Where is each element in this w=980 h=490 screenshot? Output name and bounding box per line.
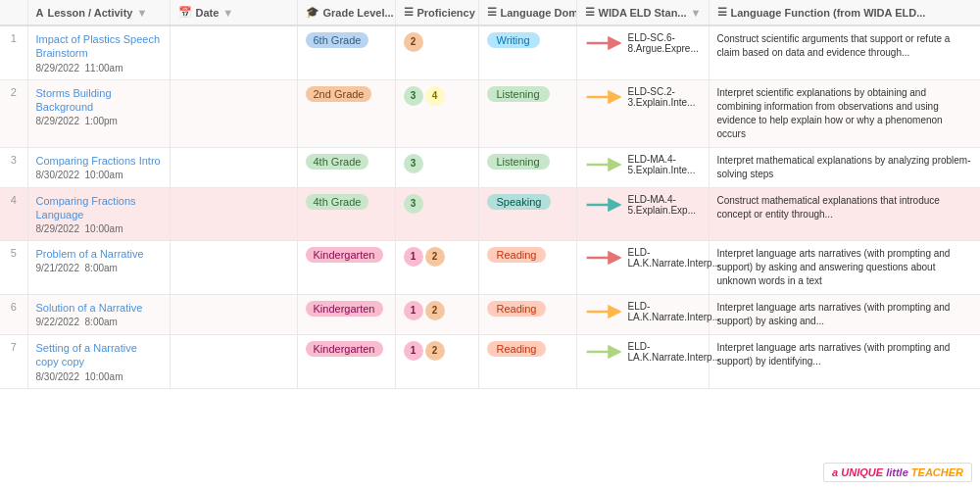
wida-standard: ELD-SC.2-3.Explain.Inte... [628, 86, 701, 108]
date-time: 8/29/2022 11:00am [36, 63, 162, 74]
prof-badge: 3 [404, 154, 423, 173]
row-number: 1 [0, 25, 27, 79]
wida-cell: ELD-SC.2-3.Explain.Inte... [576, 79, 709, 147]
wida-arrow-icon [585, 36, 624, 50]
wida-cell: ELD-LA.K.Narrate.Interp... [576, 241, 709, 295]
lesson-name-cell[interactable]: Solution of a Narrative 9/22/2022 8:00am [27, 295, 170, 335]
lang-domain-cell: Writing [478, 25, 576, 79]
lesson-name[interactable]: Storms Building Background [36, 86, 162, 115]
row-number: 3 [0, 147, 27, 187]
lesson-name[interactable]: Solution of a Narrative [36, 301, 162, 315]
lesson-name-cell[interactable]: Problem of a Narrative 9/21/2022 8:00am [27, 241, 170, 295]
lang-func-cell: Construct scientific arguments that supp… [709, 25, 980, 79]
col-header-prof[interactable]: ☰ Proficiency Level(s) ▼ [395, 0, 478, 25]
prof-badge: 3 [404, 86, 423, 106]
grade-cell: 2nd Grade [297, 79, 395, 147]
row-number: 7 [0, 335, 27, 389]
table-row: 2Storms Building Background 8/29/2022 1:… [0, 79, 980, 147]
wida-cell: ELD-MA.4-5.Explain.Inte... [576, 147, 709, 187]
lesson-name-cell[interactable]: Storms Building Background 8/29/2022 1:0… [27, 79, 170, 147]
proficiency-cell: 3 [395, 147, 478, 187]
lesson-name[interactable]: Problem of a Narrative [36, 247, 162, 261]
grade-badge: 6th Grade [306, 32, 369, 48]
wida-standard: ELD-LA.K.Narrate.Interp... [628, 341, 721, 363]
prof-badge: 2 [404, 32, 423, 52]
wida-standard: ELD-LA.K.Narrate.Interp... [628, 301, 721, 322]
wida-arrow-icon [585, 90, 624, 104]
table-row: 5Problem of a Narrative 9/21/2022 8:00am… [0, 241, 980, 295]
grade-cell: 4th Grade [297, 147, 395, 187]
table-row: 7Setting of a Narrative copy copy 8/30/2… [0, 335, 980, 389]
lang-domain-cell: Speaking [478, 187, 576, 241]
col-header-lang-func[interactable]: ☰ Language Function (from WIDA ELD... [709, 0, 980, 25]
table-row: 3Comparing Fractions Intro 8/30/2022 10:… [0, 147, 980, 187]
wida-standard: ELD-MA.4-5.Explain.Exp... [628, 194, 701, 216]
col-header-date[interactable]: 📅 Date ▼ [170, 0, 297, 25]
prof-icon: ☰ [404, 6, 414, 19]
row-number: 5 [0, 241, 27, 295]
grade-badge: 4th Grade [306, 194, 369, 210]
lang-func-text: Construct scientific arguments that supp… [717, 32, 972, 60]
lang-func-text: Construct mathematical explanations that… [717, 194, 972, 221]
watermark-badge: a UNIQUE little TEACHER [823, 463, 972, 482]
date-time: 8/30/2022 10:00am [36, 170, 162, 180]
lesson-name[interactable]: Comparing Fractions Language [36, 194, 162, 222]
lesson-name-cell[interactable]: Impact of Plastics Speech Brainstorm 8/2… [27, 25, 170, 79]
grade-badge: Kindergarten [306, 301, 383, 317]
table-row: 4Comparing Fractions Language 8/29/2022 … [0, 187, 980, 241]
prof-badge: 3 [404, 194, 423, 214]
lang-func-cell: Interpret mathematical explanations by a… [709, 147, 980, 187]
wida-cell: ELD-LA.K.Narrate.Interp... [576, 295, 709, 335]
wida-standard: ELD-MA.4-5.Explain.Inte... [628, 154, 701, 175]
grade-cell: Kindergarten [297, 335, 395, 389]
lang-func-cell: Construct mathematical explanations that… [709, 187, 980, 241]
proficiency-cell: 12 [395, 295, 478, 335]
col-header-num [0, 0, 27, 25]
table-row: 6Solution of a Narrative 9/22/2022 8:00a… [0, 295, 980, 335]
grade-cell: Kindergarten [297, 241, 395, 295]
lang-func-icon: ☰ [717, 6, 727, 19]
lang-func-text: Interpret language arts narratives (with… [717, 301, 972, 328]
lang-domain-cell: Reading [478, 241, 576, 295]
lang-domain-badge: Listening [487, 86, 550, 102]
prof-badge: 2 [425, 341, 445, 361]
lesson-name[interactable]: Impact of Plastics Speech Brainstorm [36, 32, 162, 61]
lang-func-text: Interpret scientific explanations by obt… [717, 86, 972, 141]
date-time: 9/22/2022 8:00am [36, 317, 162, 327]
date-cell [170, 25, 297, 79]
wida-arrow-icon [585, 158, 624, 172]
watermark-unique: a UNIQUE [832, 466, 883, 478]
date-time: 8/29/2022 1:00pm [36, 116, 162, 126]
date-time: 8/30/2022 10:00am [36, 371, 162, 382]
col-header-grade[interactable]: 🎓 Grade Level... ▼ [297, 0, 395, 25]
lang-domain-cell: Listening [478, 147, 576, 187]
prof-badge: 1 [404, 301, 423, 320]
lesson-name[interactable]: Setting of a Narrative copy copy [36, 341, 162, 369]
filter-icon: ▼ [691, 7, 702, 19]
prof-badge: 1 [404, 247, 423, 267]
wida-arrow-icon [585, 345, 624, 359]
grade-badge: 2nd Grade [306, 86, 372, 102]
lang-func-cell: Interpret language arts narratives (with… [709, 335, 980, 389]
lang-domain-cell: Listening [478, 79, 576, 147]
watermark-teacher: TEACHER [911, 466, 963, 478]
lang-func-text: Interpret language arts narratives (with… [717, 247, 972, 288]
proficiency-cell: 34 [395, 79, 478, 147]
grade-icon: 🎓 [306, 6, 319, 19]
lesson-name[interactable]: Comparing Fractions Intro [36, 154, 162, 168]
col-header-lesson[interactable]: A Lesson / Activity ▼ [27, 0, 170, 25]
lesson-name-cell[interactable]: Comparing Fractions Intro 8/30/2022 10:0… [27, 147, 170, 187]
proficiency-cell: 2 [395, 25, 478, 79]
lang-domain-badge: Writing [487, 32, 540, 48]
col-header-wida[interactable]: ☰ WIDA ELD Stan... ▼ [576, 0, 709, 25]
date-cell [170, 147, 297, 187]
watermark-little: little [886, 466, 908, 478]
col-header-lang-domain[interactable]: ☰ Language Domain(s) ▼ [478, 0, 576, 25]
lang-func-text: Interpret language arts narratives (with… [717, 341, 972, 368]
lesson-name-cell[interactable]: Comparing Fractions Language 8/29/2022 1… [27, 187, 170, 241]
lesson-name-cell[interactable]: Setting of a Narrative copy copy 8/30/20… [27, 335, 170, 389]
row-number: 2 [0, 79, 27, 147]
grade-cell: 6th Grade [297, 25, 395, 79]
grade-cell: 4th Grade [297, 187, 395, 241]
sort-icon: A [36, 7, 44, 19]
